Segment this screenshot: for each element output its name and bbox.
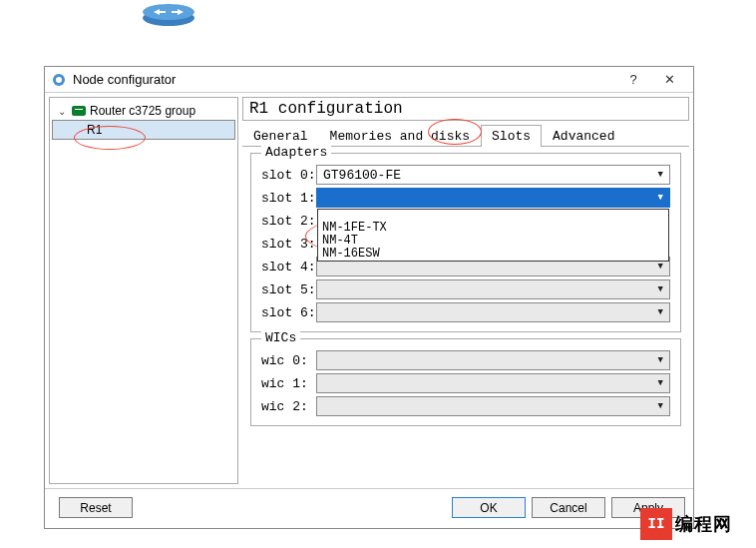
wic0-select[interactable]: ▼ [316, 350, 670, 370]
tab-slots[interactable]: Slots [481, 125, 542, 147]
node-configurator-dialog: Node configurator ? ✕ ⌄ Router c3725 gro… [44, 66, 694, 529]
option-nm16esw[interactable]: NM-16ESW [318, 248, 668, 261]
tab-advanced[interactable]: Advanced [542, 125, 625, 147]
router-icon [72, 106, 86, 116]
chevron-down-icon: ▼ [658, 170, 663, 180]
slot1-select[interactable]: ▼ NM-1FE-TX NM-4T NM-16ESW [316, 188, 670, 208]
window-title: Node configurator [73, 72, 615, 87]
tree-group-label: Router c3725 group [90, 104, 195, 118]
slot5-label: slot 5: [261, 282, 316, 297]
slot3-label: slot 3: [261, 237, 316, 252]
tab-memories[interactable]: Memories and disks [319, 125, 481, 147]
device-tree[interactable]: ⌄ Router c3725 group R1 [49, 97, 238, 484]
slot0-label: slot 0: [261, 168, 316, 183]
wic2-select[interactable]: ▼ [316, 396, 670, 416]
tree-item-r1[interactable]: R1 [52, 120, 235, 140]
chevron-down-icon: ▼ [658, 307, 663, 317]
panel-title: R1 configuration [242, 97, 689, 121]
button-bar: Reset OK Cancel Apply [45, 488, 693, 528]
chevron-down-icon[interactable]: ⌄ [58, 106, 68, 117]
cancel-button[interactable]: Cancel [532, 497, 605, 518]
chevron-down-icon: ▼ [658, 401, 663, 411]
chevron-down-icon: ▼ [658, 355, 663, 365]
slot4-label: slot 4: [261, 260, 316, 274]
close-button[interactable]: ✕ [651, 70, 687, 90]
slot5-select[interactable]: ▼ [316, 279, 670, 299]
slot0-select[interactable]: GT96100-FE▼ [316, 165, 670, 185]
chevron-down-icon: ▼ [658, 262, 663, 272]
chevron-down-icon: ▼ [658, 193, 663, 203]
slot1-dropdown[interactable]: NM-1FE-TX NM-4T NM-16ESW [317, 209, 669, 262]
router-image [140, 0, 197, 28]
wic0-label: wic 0: [261, 353, 316, 368]
watermark: I​I 编程网 [640, 506, 756, 542]
option-nm1fetx[interactable]: NM-1FE-TX [318, 222, 668, 235]
wics-legend: WICs [261, 330, 300, 345]
config-panel: R1 configuration General Memories and di… [242, 97, 689, 484]
chevron-down-icon: ▼ [658, 378, 663, 388]
adapters-group: Adapters slot 0: GT96100-FE▼ slot 1: ▼ N… [250, 153, 681, 332]
chevron-down-icon: ▼ [658, 284, 663, 294]
wic1-label: wic 1: [261, 376, 316, 391]
wic1-select[interactable]: ▼ [316, 373, 670, 393]
app-icon [51, 72, 67, 88]
wic2-label: wic 2: [261, 399, 316, 414]
adapters-legend: Adapters [261, 145, 331, 160]
ok-button[interactable]: OK [452, 497, 526, 518]
slot6-label: slot 6: [261, 305, 316, 320]
slot2-label: slot 2: [261, 214, 316, 229]
slot6-select[interactable]: ▼ [316, 302, 670, 322]
tab-general[interactable]: General [242, 125, 319, 147]
titlebar: Node configurator ? ✕ [45, 67, 693, 93]
slot1-label: slot 1: [261, 191, 316, 206]
help-button[interactable]: ? [615, 70, 651, 90]
tree-group[interactable]: ⌄ Router c3725 group [52, 102, 235, 120]
wics-group: WICs wic 0: ▼ wic 1: ▼ wic 2: ▼ [250, 338, 681, 426]
svg-point-3 [56, 77, 62, 83]
watermark-text: 编程网 [675, 512, 732, 536]
tree-item-label: R1 [87, 123, 102, 137]
reset-button[interactable]: Reset [59, 497, 133, 518]
watermark-logo: I​I [640, 508, 672, 540]
tab-bar: General Memories and disks Slots Advance… [242, 125, 689, 147]
svg-point-1 [143, 4, 194, 20]
